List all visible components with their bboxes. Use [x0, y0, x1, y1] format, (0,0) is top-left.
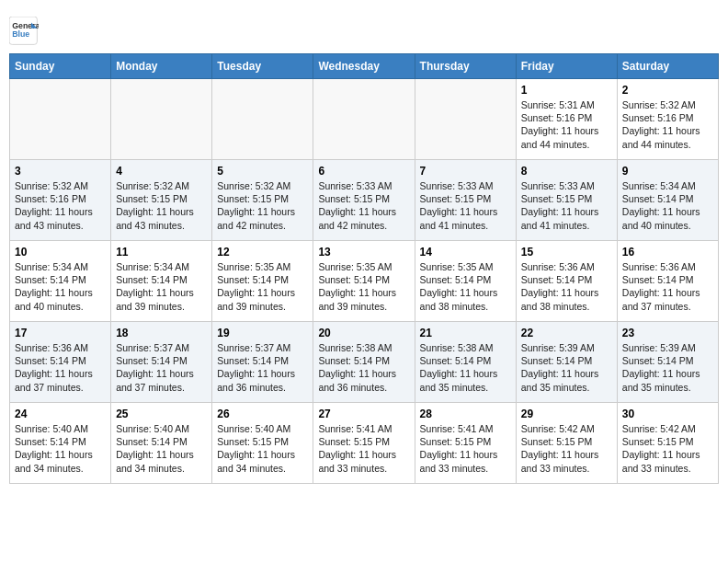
- calendar-cell: 28Sunrise: 5:41 AMSunset: 5:15 PMDayligh…: [415, 403, 516, 484]
- day-info: Sunrise: 5:40 AMSunset: 5:14 PMDaylight:…: [116, 422, 207, 475]
- day-info: Sunrise: 5:39 AMSunset: 5:14 PMDaylight:…: [622, 341, 713, 394]
- day-info: Sunrise: 5:33 AMSunset: 5:15 PMDaylight:…: [420, 179, 511, 232]
- day-info: Sunrise: 5:32 AMSunset: 5:15 PMDaylight:…: [217, 179, 308, 232]
- day-number: 12: [217, 246, 308, 259]
- weekday-header-row: SundayMondayTuesdayWednesdayThursdayFrid…: [10, 54, 719, 79]
- logo: General Blue: [9, 17, 39, 46]
- day-number: 14: [420, 246, 511, 259]
- day-info: Sunrise: 5:41 AMSunset: 5:15 PMDaylight:…: [318, 422, 409, 475]
- svg-text:Blue: Blue: [12, 29, 29, 39]
- weekday-header-thursday: Thursday: [415, 54, 516, 79]
- calendar-cell: 2Sunrise: 5:32 AMSunset: 5:16 PMDaylight…: [617, 79, 718, 160]
- day-info: Sunrise: 5:34 AMSunset: 5:14 PMDaylight:…: [622, 179, 713, 232]
- day-number: 1: [521, 84, 612, 97]
- calendar-cell: 20Sunrise: 5:38 AMSunset: 5:14 PMDayligh…: [313, 322, 415, 403]
- day-number: 22: [521, 327, 612, 339]
- day-info: Sunrise: 5:36 AMSunset: 5:14 PMDaylight:…: [521, 260, 612, 313]
- calendar-cell: 26Sunrise: 5:40 AMSunset: 5:15 PMDayligh…: [212, 403, 313, 484]
- day-number: 13: [318, 246, 409, 259]
- calendar-cell: [10, 79, 111, 160]
- calendar-week-row: 17Sunrise: 5:36 AMSunset: 5:14 PMDayligh…: [10, 322, 719, 403]
- calendar-cell: [111, 79, 212, 160]
- calendar-cell: 3Sunrise: 5:32 AMSunset: 5:16 PMDaylight…: [10, 160, 111, 241]
- day-number: 2: [622, 84, 713, 97]
- day-info: Sunrise: 5:31 AMSunset: 5:16 PMDaylight:…: [521, 98, 612, 151]
- calendar-cell: 12Sunrise: 5:35 AMSunset: 5:14 PMDayligh…: [212, 241, 313, 322]
- day-info: Sunrise: 5:38 AMSunset: 5:14 PMDaylight:…: [420, 341, 511, 394]
- calendar-cell: 22Sunrise: 5:39 AMSunset: 5:14 PMDayligh…: [516, 322, 617, 403]
- calendar-cell: 25Sunrise: 5:40 AMSunset: 5:14 PMDayligh…: [111, 403, 212, 484]
- day-info: Sunrise: 5:32 AMSunset: 5:16 PMDaylight:…: [622, 98, 713, 151]
- day-info: Sunrise: 5:35 AMSunset: 5:14 PMDaylight:…: [217, 260, 308, 313]
- calendar-cell: [212, 79, 313, 160]
- day-number: 18: [116, 327, 207, 339]
- day-number: 17: [15, 327, 106, 339]
- calendar-cell: 18Sunrise: 5:37 AMSunset: 5:14 PMDayligh…: [111, 322, 212, 403]
- day-number: 19: [217, 327, 308, 339]
- day-info: Sunrise: 5:36 AMSunset: 5:14 PMDaylight:…: [622, 260, 713, 313]
- calendar-cell: 6Sunrise: 5:33 AMSunset: 5:15 PMDaylight…: [313, 160, 415, 241]
- calendar-cell: 9Sunrise: 5:34 AMSunset: 5:14 PMDaylight…: [617, 160, 718, 241]
- weekday-header-saturday: Saturday: [617, 54, 718, 79]
- calendar-table: SundayMondayTuesdayWednesdayThursdayFrid…: [9, 53, 719, 484]
- day-number: 20: [318, 327, 409, 339]
- day-number: 10: [15, 246, 106, 259]
- day-number: 9: [622, 165, 713, 178]
- day-number: 5: [217, 165, 308, 178]
- day-info: Sunrise: 5:32 AMSunset: 5:15 PMDaylight:…: [116, 179, 207, 232]
- calendar-week-row: 10Sunrise: 5:34 AMSunset: 5:14 PMDayligh…: [10, 241, 719, 322]
- calendar-week-row: 24Sunrise: 5:40 AMSunset: 5:14 PMDayligh…: [10, 403, 719, 484]
- day-number: 30: [622, 408, 713, 420]
- day-info: Sunrise: 5:35 AMSunset: 5:14 PMDaylight:…: [420, 260, 511, 313]
- calendar-cell: 29Sunrise: 5:42 AMSunset: 5:15 PMDayligh…: [516, 403, 617, 484]
- day-info: Sunrise: 5:38 AMSunset: 5:14 PMDaylight:…: [318, 341, 409, 394]
- day-info: Sunrise: 5:33 AMSunset: 5:15 PMDaylight:…: [318, 179, 409, 232]
- day-number: 15: [521, 246, 612, 259]
- day-info: Sunrise: 5:39 AMSunset: 5:14 PMDaylight:…: [521, 341, 612, 394]
- day-number: 11: [116, 246, 207, 259]
- calendar-cell: 10Sunrise: 5:34 AMSunset: 5:14 PMDayligh…: [10, 241, 111, 322]
- day-info: Sunrise: 5:36 AMSunset: 5:14 PMDaylight:…: [15, 341, 106, 394]
- calendar-cell: 13Sunrise: 5:35 AMSunset: 5:14 PMDayligh…: [313, 241, 415, 322]
- calendar-cell: 4Sunrise: 5:32 AMSunset: 5:15 PMDaylight…: [111, 160, 212, 241]
- calendar-cell: [415, 79, 516, 160]
- day-number: 3: [15, 165, 106, 178]
- day-number: 27: [318, 408, 409, 420]
- day-number: 6: [318, 165, 409, 178]
- day-number: 21: [420, 327, 511, 339]
- calendar-cell: 5Sunrise: 5:32 AMSunset: 5:15 PMDaylight…: [212, 160, 313, 241]
- day-number: 29: [521, 408, 612, 420]
- day-info: Sunrise: 5:33 AMSunset: 5:15 PMDaylight:…: [521, 179, 612, 232]
- calendar-cell: 1Sunrise: 5:31 AMSunset: 5:16 PMDaylight…: [516, 79, 617, 160]
- calendar-cell: 11Sunrise: 5:34 AMSunset: 5:14 PMDayligh…: [111, 241, 212, 322]
- calendar-cell: 17Sunrise: 5:36 AMSunset: 5:14 PMDayligh…: [10, 322, 111, 403]
- day-info: Sunrise: 5:37 AMSunset: 5:14 PMDaylight:…: [217, 341, 308, 394]
- calendar-cell: 27Sunrise: 5:41 AMSunset: 5:15 PMDayligh…: [313, 403, 415, 484]
- day-info: Sunrise: 5:42 AMSunset: 5:15 PMDaylight:…: [622, 422, 713, 475]
- calendar-cell: 14Sunrise: 5:35 AMSunset: 5:14 PMDayligh…: [415, 241, 516, 322]
- day-info: Sunrise: 5:34 AMSunset: 5:14 PMDaylight:…: [15, 260, 106, 313]
- day-number: 23: [622, 327, 713, 339]
- day-info: Sunrise: 5:42 AMSunset: 5:15 PMDaylight:…: [521, 422, 612, 475]
- weekday-header-tuesday: Tuesday: [212, 54, 313, 79]
- calendar-cell: 21Sunrise: 5:38 AMSunset: 5:14 PMDayligh…: [415, 322, 516, 403]
- calendar-cell: 30Sunrise: 5:42 AMSunset: 5:15 PMDayligh…: [617, 403, 718, 484]
- weekday-header-friday: Friday: [516, 54, 617, 79]
- day-info: Sunrise: 5:35 AMSunset: 5:14 PMDaylight:…: [318, 260, 409, 313]
- day-info: Sunrise: 5:40 AMSunset: 5:15 PMDaylight:…: [217, 422, 308, 475]
- day-info: Sunrise: 5:34 AMSunset: 5:14 PMDaylight:…: [116, 260, 207, 313]
- day-number: 7: [420, 165, 511, 178]
- weekday-header-wednesday: Wednesday: [313, 54, 415, 79]
- weekday-header-sunday: Sunday: [10, 54, 111, 79]
- calendar-cell: 24Sunrise: 5:40 AMSunset: 5:14 PMDayligh…: [10, 403, 111, 484]
- day-number: 28: [420, 408, 511, 420]
- svg-text:General: General: [12, 21, 39, 30]
- day-info: Sunrise: 5:32 AMSunset: 5:16 PMDaylight:…: [15, 179, 106, 232]
- day-number: 25: [116, 408, 207, 420]
- calendar-week-row: 1Sunrise: 5:31 AMSunset: 5:16 PMDaylight…: [10, 79, 719, 160]
- calendar-cell: 19Sunrise: 5:37 AMSunset: 5:14 PMDayligh…: [212, 322, 313, 403]
- calendar-cell: 15Sunrise: 5:36 AMSunset: 5:14 PMDayligh…: [516, 241, 617, 322]
- calendar-cell: 23Sunrise: 5:39 AMSunset: 5:14 PMDayligh…: [617, 322, 718, 403]
- page-header: General Blue: [9, 9, 719, 46]
- calendar-cell: [313, 79, 415, 160]
